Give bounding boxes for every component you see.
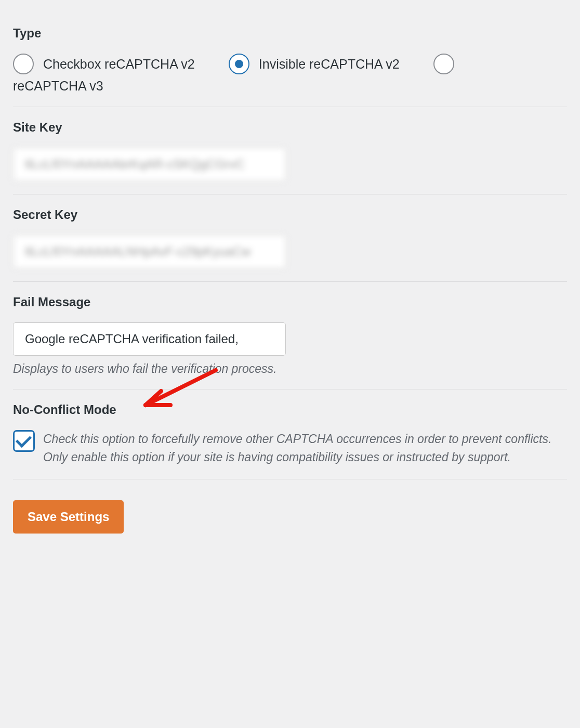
- site-key-section: Site Key: [13, 107, 567, 194]
- no-conflict-section: No-Conflict Mode Check this option to fo…: [13, 389, 567, 479]
- fail-message-label: Fail Message: [13, 295, 567, 309]
- save-row: Save Settings: [13, 479, 567, 534]
- radio-item-checkbox-v2[interactable]: Checkbox reCAPTCHA v2: [13, 54, 195, 74]
- radio-label-invisible-v2: Invisible reCAPTCHA v2: [259, 57, 400, 72]
- secret-key-input[interactable]: [13, 235, 286, 268]
- no-conflict-checkbox[interactable]: [13, 430, 35, 452]
- type-section: Type Checkbox reCAPTCHA v2 Invisible reC…: [13, 13, 567, 107]
- fail-message-section: Fail Message Displays to users who fail …: [13, 282, 567, 389]
- type-label: Type: [13, 26, 567, 41]
- secret-key-section: Secret Key: [13, 194, 567, 282]
- type-radio-group: Checkbox reCAPTCHA v2 Invisible reCAPTCH…: [13, 54, 567, 94]
- radio-item-v3[interactable]: [433, 54, 464, 74]
- no-conflict-label: No-Conflict Mode: [13, 402, 567, 417]
- radio-v3[interactable]: [433, 54, 454, 74]
- site-key-input[interactable]: [13, 148, 286, 181]
- fail-message-help: Displays to users who fail the verificat…: [13, 362, 567, 376]
- radio-invisible-v2[interactable]: [229, 54, 249, 74]
- site-key-label: Site Key: [13, 120, 567, 135]
- radio-checkbox-v2[interactable]: [13, 54, 34, 74]
- radio-label-v3: reCAPTCHA v3: [13, 79, 103, 93]
- radio-item-invisible-v2[interactable]: Invisible reCAPTCHA v2: [229, 54, 400, 74]
- save-settings-button[interactable]: Save Settings: [13, 500, 124, 534]
- no-conflict-description[interactable]: Check this option to forcefully remove o…: [43, 430, 567, 466]
- radio-label-checkbox-v2: Checkbox reCAPTCHA v2: [43, 57, 195, 72]
- secret-key-label: Secret Key: [13, 207, 567, 222]
- fail-message-input[interactable]: [13, 322, 286, 356]
